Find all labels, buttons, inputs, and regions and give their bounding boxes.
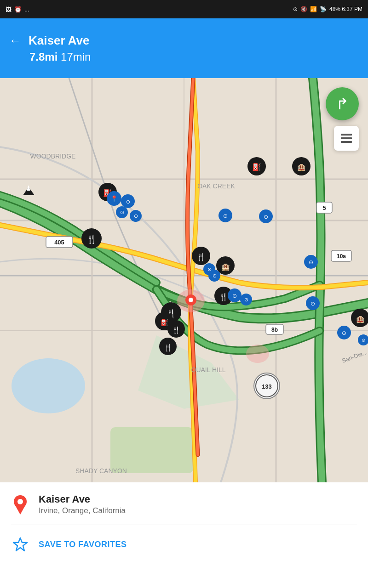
turn-arrow-icon: ↱ [336,95,349,113]
battery-text: 48% 6:37 PM [329,6,362,12]
svg-text:SHADY CANYON: SHADY CANYON [75,467,127,475]
svg-text:QUAIL HILL: QUAIL HILL [191,366,226,373]
route-duration: 17min [61,51,91,63]
svg-text:133: 133 [262,383,272,390]
navigation-turn-button[interactable]: ↱ [326,87,359,120]
svg-text:⊙: ⊙ [232,293,237,299]
svg-text:⛽: ⛽ [161,319,169,327]
info-icon: ... [24,6,29,13]
svg-rect-87 [341,134,352,136]
svg-point-31 [189,298,193,302]
svg-text:⊙: ⊙ [362,338,365,343]
destination-info: Kaiser Ave Irvine, Orange, California [39,493,126,515]
map-view[interactable]: 405 5 10a 8b 133 San-Die... WOODBRIDGE O… [0,78,368,482]
location-status-icon: ⊙ [293,6,298,12]
mute-icon: 🔇 [300,6,307,12]
svg-text:📍: 📍 [110,195,118,203]
status-left-icons: 🖼 ⏰ ... [6,6,29,13]
svg-rect-2 [110,427,193,473]
svg-text:🏨: 🏨 [297,163,306,171]
svg-text:🍴: 🍴 [219,293,228,301]
svg-text:⊙: ⊙ [264,214,268,220]
svg-point-92 [17,499,23,504]
layers-icon [339,131,354,146]
svg-text:🍴: 🍴 [172,326,181,334]
route-distance: 7.8mi [29,51,58,63]
status-bar: 🖼 ⏰ ... ⊙ 🔇 📶 📡 48% 6:37 PM [0,0,368,18]
svg-text:OAK CREEK: OAK CREEK [197,182,235,190]
destination-title: Kaiser Ave [29,34,90,48]
svg-text:⊙: ⊙ [309,259,313,266]
svg-marker-91 [16,506,25,514]
route-info: 7.8mi 17min [9,51,359,63]
svg-text:5: 5 [322,204,326,211]
alarm-icon: ⏰ [14,6,22,13]
save-to-favorites-row[interactable]: SAVE TO FAVORITES [11,525,357,554]
svg-text:🍴: 🍴 [86,234,97,244]
destination-pin-icon [11,495,29,514]
map-svg: 405 5 10a 8b 133 San-Die... WOODBRIDGE O… [0,78,368,482]
svg-rect-89 [341,141,352,143]
svg-text:10a: 10a [337,253,346,260]
svg-text:⊙: ⊙ [213,273,217,278]
svg-text:405: 405 [54,239,64,246]
svg-text:🏨: 🏨 [356,315,365,323]
star-icon [11,535,29,554]
map-layers-button[interactable] [334,126,359,151]
destination-row: Kaiser Ave Irvine, Orange, California [11,493,357,525]
svg-text:⊙: ⊙ [342,330,346,336]
svg-marker-93 [13,538,27,551]
svg-rect-88 [341,137,352,139]
wifi-icon: 📶 [310,6,317,12]
svg-text:🏨: 🏨 [221,263,230,271]
svg-text:🍴: 🍴 [164,344,172,352]
svg-text:WOODBRIDGE: WOODBRIDGE [30,153,76,160]
svg-point-1 [12,358,85,413]
svg-text:⛽: ⛽ [252,163,261,171]
svg-text:⊙: ⊙ [223,213,228,219]
svg-text:⊙: ⊙ [126,199,130,204]
signal-icon: 📡 [320,6,327,12]
destination-address: Irvine, Orange, California [39,506,126,515]
svg-text:⊙: ⊙ [120,209,124,215]
image-icon: 🖼 [6,6,12,13]
svg-point-29 [246,345,269,363]
svg-text:⊙: ⊙ [244,297,248,302]
status-right-info: ⊙ 🔇 📶 📡 48% 6:37 PM [293,6,362,12]
destination-name: Kaiser Ave [39,493,126,505]
svg-text:⊙: ⊙ [134,213,138,219]
bottom-panel: Kaiser Ave Irvine, Orange, California SA… [0,482,368,588]
save-to-favorites-label[interactable]: SAVE TO FAVORITES [39,540,127,549]
svg-text:🍴: 🍴 [196,253,206,261]
back-button[interactable]: ← [9,34,21,46]
navigation-header: ← Kaiser Ave 7.8mi 17min [0,18,368,78]
svg-text:8b: 8b [271,327,278,333]
svg-text:⊙: ⊙ [310,300,315,307]
